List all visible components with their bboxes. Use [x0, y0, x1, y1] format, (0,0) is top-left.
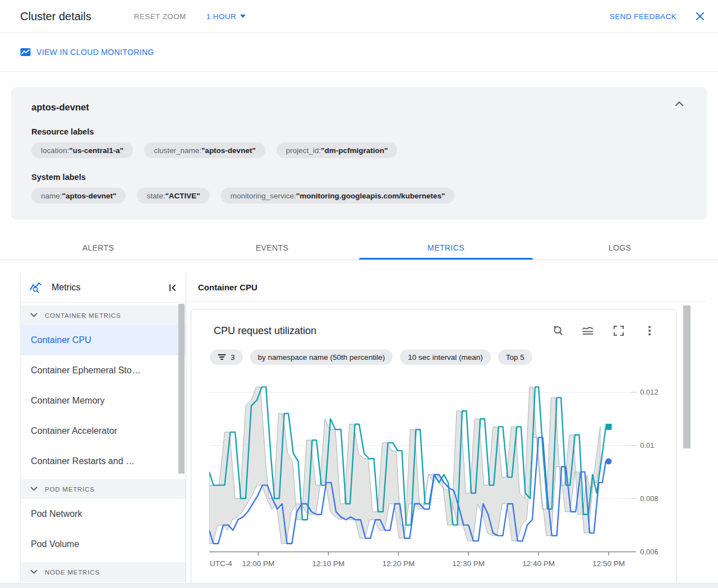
- svg-text:12:10 PM: 12:10 PM: [312, 559, 344, 568]
- svg-text:0.012: 0.012: [640, 388, 658, 396]
- send-feedback-button[interactable]: SEND FEEDBACK: [610, 12, 676, 21]
- chart-filter-row: 3 by namespace name (50th percentile) 10…: [210, 349, 676, 365]
- interval-chip[interactable]: 10 sec interval (mean): [400, 349, 491, 365]
- time-range-dropdown[interactable]: 1 HOUR: [206, 12, 246, 21]
- chip-value: "aptos-devnet": [62, 192, 117, 200]
- sidebar-item-container-cpu[interactable]: Container CPU: [21, 325, 186, 355]
- label-chip-state: state : "ACTIVE": [137, 188, 209, 203]
- chevron-down-icon: [30, 313, 38, 318]
- sidebar-item-container-ephemeral-storage[interactable]: Container Ephemeral Sto…: [21, 355, 186, 386]
- section-label: NODE METRICS: [45, 569, 100, 576]
- filter-count: 3: [231, 353, 235, 362]
- chip-key: name: [41, 192, 60, 200]
- tab-metrics[interactable]: METRICS: [359, 235, 533, 260]
- sidebar-title: Metrics: [52, 283, 168, 293]
- cluster-name: aptos-devnet: [31, 102, 696, 113]
- svg-text:12:40 PM: 12:40 PM: [522, 559, 555, 568]
- svg-text:12:00 PM: 12:00 PM: [242, 559, 275, 568]
- chip-value: "us-central1-a": [69, 146, 123, 155]
- chevron-up-icon[interactable]: [674, 100, 684, 108]
- svg-text:12:50 PM: 12:50 PM: [592, 559, 625, 568]
- resource-labels-heading: Resource labels: [31, 127, 696, 136]
- svg-text:12:20 PM: 12:20 PM: [382, 559, 415, 568]
- dialog-header: Cluster details RESET ZOOM 1 HOUR SEND F…: [0, 0, 718, 33]
- section-node-metrics[interactable]: NODE METRICS: [21, 562, 186, 582]
- svg-text:12:30 PM: 12:30 PM: [452, 559, 485, 568]
- more-vert-icon[interactable]: [643, 324, 656, 337]
- chip-key: project_id: [286, 146, 319, 155]
- section-label: POD METRICS: [45, 486, 95, 493]
- label-chip-name: name : "aptos-devnet": [31, 188, 126, 203]
- chevron-down-icon: [30, 570, 38, 575]
- tab-alerts[interactable]: ALERTS: [11, 235, 185, 260]
- fullscreen-icon[interactable]: [612, 324, 625, 337]
- close-icon[interactable]: [694, 11, 706, 22]
- metric-group-title: Container CPU: [186, 273, 706, 302]
- sidebar-item-pod-network[interactable]: Pod Network: [21, 499, 186, 529]
- chip-value: "monitoring.googleapis.com/kubernetes": [296, 192, 445, 200]
- chip-key: cluster_name: [154, 146, 199, 155]
- sidebar-header: Metrics: [21, 273, 186, 303]
- svg-text:0.01: 0.01: [640, 441, 654, 450]
- chip-value: "ACTIVE": [165, 192, 200, 200]
- section-container-metrics[interactable]: CONTAINER METRICS: [21, 305, 186, 325]
- filter-count-chip[interactable]: 3: [210, 349, 243, 365]
- svg-text:0.008: 0.008: [640, 494, 658, 503]
- time-range-label: 1 HOUR: [206, 12, 236, 21]
- top5-chip[interactable]: Top 5: [498, 349, 532, 365]
- sidebar-scrollbar[interactable]: [178, 304, 185, 474]
- svg-text:UTC-4: UTC-4: [210, 559, 232, 568]
- label-chip-cluster-name: cluster_name : "aptos-devnet": [144, 142, 265, 158]
- chip-key: state: [146, 192, 163, 200]
- metrics-explorer-icon: [29, 281, 43, 294]
- collapse-panel-icon[interactable]: [168, 283, 178, 293]
- chart-toolbar: [550, 324, 656, 337]
- section-label: CONTAINER METRICS: [45, 312, 121, 319]
- label-chip-location: location : "us-central1-a": [31, 142, 133, 158]
- label-chip-project-id: project_id : "dm-pcfmigration": [277, 142, 398, 158]
- groupby-chip[interactable]: by namespace name (50th percentile): [250, 349, 393, 365]
- filter-icon: [218, 353, 226, 361]
- page-title: Cluster details: [20, 10, 91, 23]
- sidebar-item-container-restarts[interactable]: Container Restarts and …: [21, 446, 186, 476]
- tab-events[interactable]: EVENTS: [185, 235, 359, 260]
- chevron-down-icon: [240, 15, 246, 18]
- chart-title: CPU request utilization: [214, 325, 550, 337]
- sidebar-item-container-accelerator[interactable]: Container Accelerator: [21, 416, 186, 446]
- sidebar-item-pod-volume[interactable]: Pod Volume: [21, 529, 186, 559]
- chip-value: "dm-pcfmigration": [321, 146, 388, 155]
- tab-logs[interactable]: LOGS: [533, 235, 707, 260]
- chip-key: location: [41, 146, 67, 155]
- metrics-main-panel: Container CPU CPU request utilization: [186, 273, 718, 583]
- system-labels-heading: System labels: [31, 173, 696, 182]
- horizontal-scrollbar[interactable]: [0, 583, 718, 588]
- chart-type-icon[interactable]: [581, 324, 595, 337]
- reset-zoom-button[interactable]: RESET ZOOM: [134, 12, 186, 21]
- system-labels-row: name : "aptos-devnet" state : "ACTIVE" m…: [31, 188, 696, 203]
- monitoring-chart-icon: [20, 48, 31, 57]
- main-scrollbar[interactable]: [683, 305, 691, 448]
- view-in-cloud-monitoring-link[interactable]: VIEW IN CLOUD MONITORING: [20, 48, 154, 57]
- monitoring-link-label: VIEW IN CLOUD MONITORING: [36, 48, 154, 57]
- monitoring-link-row: VIEW IN CLOUD MONITORING: [0, 33, 718, 72]
- sidebar-item-container-memory[interactable]: Container Memory: [21, 386, 186, 416]
- chip-value: "aptos-devnet": [201, 146, 256, 155]
- metrics-content: Metrics CONTAINER METRICS Container CPU …: [0, 260, 718, 583]
- cpu-utilization-chart[interactable]: 0.0120.010.0080.00612:00 PM12:10 PM12:20…: [209, 381, 658, 573]
- svg-text:0.006: 0.006: [640, 548, 658, 556]
- chip-key: monitoring_service: [231, 192, 294, 200]
- chevron-down-icon: [30, 487, 38, 492]
- section-pod-metrics[interactable]: POD METRICS: [21, 479, 186, 499]
- chart-card-header: CPU request utilization: [191, 309, 676, 337]
- label-chip-monitoring-service: monitoring_service : "monitoring.googlea…: [221, 188, 455, 203]
- metrics-sidebar: Metrics CONTAINER METRICS Container CPU …: [20, 273, 186, 583]
- chart-area: 0.0120.010.0080.00612:00 PM12:10 PM12:20…: [209, 381, 676, 575]
- tab-bar: ALERTS EVENTS METRICS LOGS: [0, 235, 718, 260]
- cluster-summary-panel: aptos-devnet Resource labels location : …: [11, 87, 707, 220]
- zoom-reset-icon[interactable]: [550, 324, 564, 337]
- resource-labels-row: location : "us-central1-a" cluster_name …: [31, 142, 696, 158]
- chart-card: CPU request utilization: [191, 309, 677, 588]
